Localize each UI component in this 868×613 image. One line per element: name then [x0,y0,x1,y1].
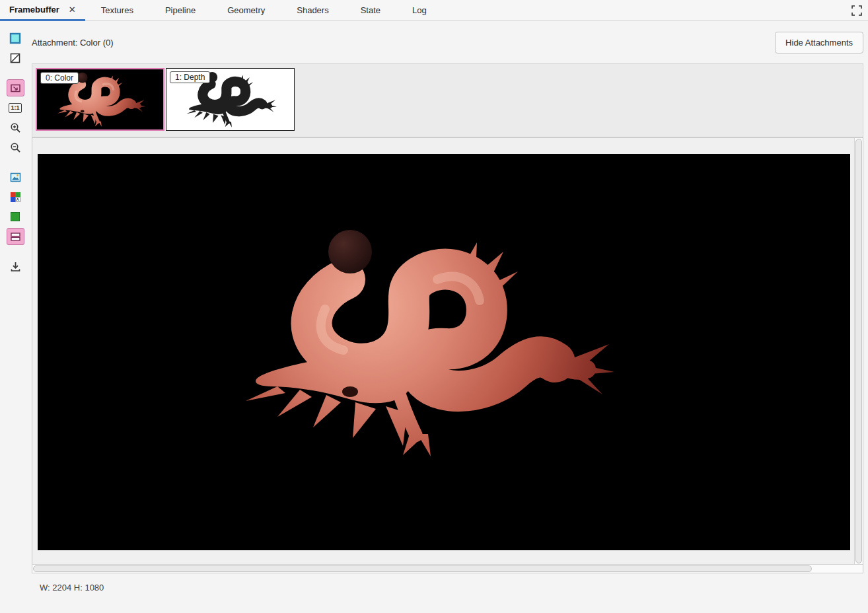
content-area: 1:1 [0,21,868,593]
tab-shaders-label: Shaders [297,5,328,15]
save-image-icon [10,261,21,272]
no-background-button[interactable] [7,50,24,67]
image-preview-button[interactable] [7,168,24,186]
tab-shaders[interactable]: Shaders [281,0,344,20]
attachment-thumb-depth[interactable]: 1: Depth [166,68,295,131]
rgba-channels-button[interactable]: A [7,188,24,205]
zoom-in-button[interactable] [7,119,24,136]
alpha-channel-swatch: A [15,197,20,202]
tab-state[interactable]: State [345,0,396,20]
close-tab-icon[interactable]: ✕ [69,5,76,14]
show-attachments-icon [10,231,21,242]
no-background-icon [9,52,21,64]
zoom-in-icon [10,122,21,133]
attachments-strip: 0: Color 1: Depth [32,63,863,137]
viewer-viewport [32,138,854,564]
fullscreen-icon [851,5,862,16]
fit-to-window-icon [10,83,21,94]
background-color-swatch-icon [9,32,21,44]
hide-attachments-button[interactable]: Hide Attachments [775,32,863,54]
tab-log-label: Log [412,5,427,15]
image-preview-icon [10,172,21,183]
attachment-thumb-color[interactable]: 0: Color [36,68,164,131]
fit-to-window-button[interactable] [7,79,24,96]
background-color-swatch-button[interactable] [7,30,24,47]
green-channel-swatch [15,192,20,197]
status-bar: W: 2204 H: 1080 [40,583,863,593]
tab-pipeline-label: Pipeline [165,5,196,15]
vertical-scrollbar[interactable] [854,138,863,564]
vertical-scrollbar-thumb[interactable] [855,139,862,563]
attachment-chip-color: 0: Color [40,72,79,84]
tab-log[interactable]: Log [396,0,443,20]
tab-framebuffer-label: Framebuffer [9,5,59,15]
tab-geometry[interactable]: Geometry [211,0,281,20]
viewer-toolbar: 1:1 [0,21,30,593]
attachment-chip-depth: 1: Depth [170,71,210,83]
actual-size-button[interactable]: 1:1 [7,99,24,116]
tab-state-label: State [361,5,380,15]
green-channel-button[interactable] [7,208,24,225]
zoom-out-icon [10,142,21,153]
show-attachments-button[interactable] [7,228,24,245]
rgba-channels-icon: A [11,192,20,202]
tab-textures[interactable]: Textures [85,0,149,20]
framebuffer-viewer [32,137,863,573]
framebuffer-image[interactable] [38,154,850,550]
horizontal-scrollbar-thumb[interactable] [33,565,812,572]
fullscreen-button[interactable] [851,5,862,16]
red-channel-swatch [11,192,16,197]
zoom-out-button[interactable] [7,139,24,156]
image-dimensions-label: W: 2204 H: 1080 [40,583,104,593]
tab-bar: Framebuffer ✕ Textures Pipeline Geometry… [0,0,868,21]
blue-channel-swatch [11,197,16,202]
save-image-button[interactable] [7,258,24,275]
tab-pipeline[interactable]: Pipeline [149,0,211,20]
tab-textures-label: Textures [101,5,133,15]
framebuffer-panel: Attachment: Color (0) Hide Attachments 0… [30,21,863,593]
attachment-header: Attachment: Color (0) Hide Attachments [30,21,863,63]
tab-framebuffer[interactable]: Framebuffer ✕ [0,0,85,21]
tab-geometry-label: Geometry [227,5,265,15]
actual-size-1-1-icon: 1:1 [9,103,21,113]
green-channel-icon [11,212,20,221]
attachment-label: Attachment: Color (0) [32,38,114,48]
horizontal-scrollbar[interactable] [32,564,863,573]
